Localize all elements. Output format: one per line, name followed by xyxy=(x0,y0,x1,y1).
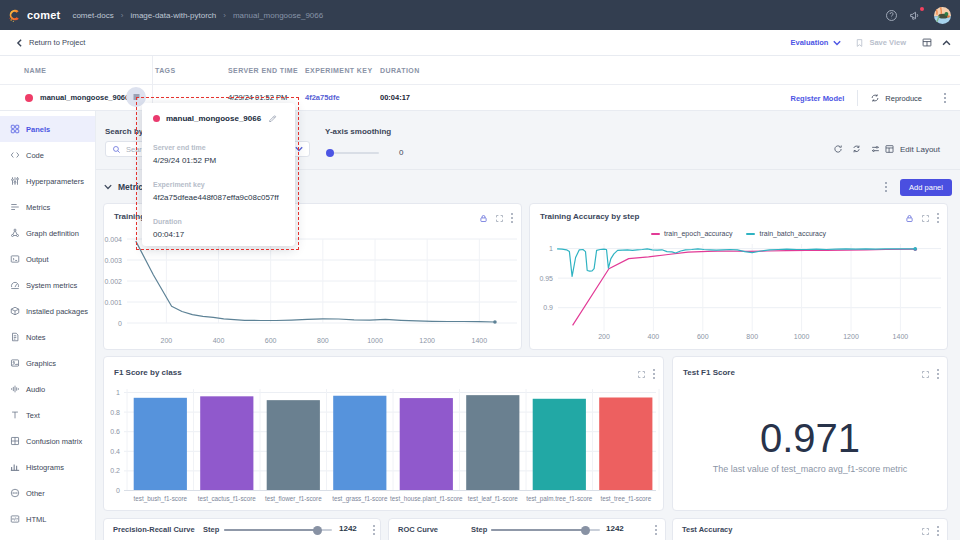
confusion-matrix-icon xyxy=(10,436,20,446)
view-select-dropdown[interactable]: Evaluation xyxy=(791,38,842,47)
sidebar-item-confusion-matrix[interactable]: Confusion matrix xyxy=(0,428,95,454)
sidebar-item-graph-definition[interactable]: Graph definition xyxy=(0,220,95,246)
column-header[interactable]: EXPERIMENT KEY xyxy=(305,56,372,85)
edit-pencil-icon[interactable] xyxy=(268,114,277,123)
sidebar-item-label: Graph definition xyxy=(26,229,79,238)
svg-text:0: 0 xyxy=(118,320,122,327)
column-header[interactable]: DURATION xyxy=(380,56,420,85)
sidebar-item-system-metrics[interactable]: System metrics xyxy=(0,272,95,298)
return-to-project-button[interactable]: Return to Project xyxy=(16,38,85,47)
sidebar-item-other[interactable]: Other xyxy=(0,480,95,506)
svg-text:test_cactus_f1-score: test_cactus_f1-score xyxy=(198,495,257,503)
sidebar-item-panels[interactable]: Panels xyxy=(0,116,95,142)
step-label: Step xyxy=(203,525,219,534)
svg-text:test_house.plant_f1-score: test_house.plant_f1-score xyxy=(390,495,463,503)
breadcrumb-item[interactable]: comet-docs xyxy=(72,11,113,20)
step-slider-thumb[interactable] xyxy=(581,526,590,535)
panels-icon xyxy=(10,124,20,134)
save-view-label: Save View xyxy=(869,38,906,47)
metrics-menu-icon[interactable] xyxy=(885,181,887,193)
sidebar-item-label: Histograms xyxy=(26,463,64,472)
save-view-button[interactable]: Save View xyxy=(855,38,906,48)
announcements-icon[interactable] xyxy=(908,9,922,22)
step-slider[interactable] xyxy=(224,529,332,531)
search-scope-chevron-icon[interactable] xyxy=(295,146,303,152)
grid-layout-icon xyxy=(884,144,895,154)
training-accuracy-chart[interactable]: 0.90.951200400600800100012001400 xyxy=(530,204,947,349)
sidebar-item-output[interactable]: Output xyxy=(0,246,95,272)
test-f1-score-panel: Test F1 Score 0.971 The last value of te… xyxy=(672,356,948,511)
column-header[interactable]: SERVER END TIME xyxy=(228,56,298,85)
sidebar-item-label: Output xyxy=(26,255,49,264)
sidebar-item-label: Text xyxy=(26,411,40,420)
panel-menu-icon[interactable] xyxy=(373,524,375,536)
sidebar-item-label: Notes xyxy=(26,333,46,342)
experiment-hover-card: manual_mongoose_9066 Server end time4/29… xyxy=(142,103,295,246)
sidebar-item-text[interactable]: Text xyxy=(0,402,95,428)
sidebar-item-graphics[interactable]: Graphics xyxy=(0,350,95,376)
edit-layout-label: Edit Layout xyxy=(900,145,940,154)
row-menu-icon[interactable] xyxy=(944,92,946,104)
html-icon xyxy=(10,514,20,524)
breadcrumb-item[interactable]: image-data-with-pytorch xyxy=(130,11,216,20)
metrics-icon xyxy=(10,202,20,212)
step-slider-thumb[interactable] xyxy=(313,526,322,535)
step-value: 1242 xyxy=(606,524,624,533)
experiment-name[interactable]: manual_mongoose_9066 xyxy=(40,85,129,111)
svg-text:1400: 1400 xyxy=(893,333,909,340)
comet-logo[interactable]: comet xyxy=(7,7,60,23)
smoothing-value: 0 xyxy=(399,148,403,157)
step-label: Step xyxy=(471,525,487,534)
code-icon xyxy=(10,150,20,160)
svg-text:0.4: 0.4 xyxy=(110,448,120,455)
register-model-button[interactable]: Register Model xyxy=(791,94,845,103)
add-panel-button[interactable]: Add panel xyxy=(900,179,952,196)
installed-packages-icon xyxy=(10,306,20,316)
return-to-project-label: Return to Project xyxy=(29,38,85,47)
svg-text:0.8: 0.8 xyxy=(110,409,120,416)
popup-field: Server end time4/29/24 01:52 PM xyxy=(153,144,216,165)
user-avatar[interactable] xyxy=(934,7,951,24)
popup-field-label: Experiment key xyxy=(153,181,279,188)
f1-score-bar-chart[interactable]: 00.20.40.60.81test_bush_f1-scoretest_cac… xyxy=(104,357,663,510)
sidebar-item-notes[interactable]: Notes xyxy=(0,324,95,350)
edit-layout-button[interactable]: Edit Layout xyxy=(884,144,940,154)
training-accuracy-panel: Training Accuracy by step train_epoch_ac… xyxy=(529,203,948,350)
svg-text:1200: 1200 xyxy=(419,337,435,344)
breadcrumb: comet-docs›image-data-with-pytorch›manua… xyxy=(72,11,323,20)
expand-icon[interactable] xyxy=(921,527,930,536)
sidebar-item-html[interactable]: HTML xyxy=(0,506,95,532)
panel-layout-controls[interactable] xyxy=(921,37,951,48)
panel-menu-icon[interactable] xyxy=(937,368,939,380)
step-slider[interactable] xyxy=(491,529,600,531)
refresh-icon[interactable] xyxy=(833,144,843,154)
sidebar-item-metrics[interactable]: Metrics xyxy=(0,194,95,220)
sidebar-item-installed-packages[interactable]: Installed packages xyxy=(0,298,95,324)
popup-field: Duration00:04:17 xyxy=(153,218,184,239)
popup-field-value: 4/29/24 01:52 PM xyxy=(153,156,216,165)
column-header[interactable]: TAGS xyxy=(155,56,176,85)
sidebar-item-histograms[interactable]: Histograms xyxy=(0,454,95,480)
sidebar-item-hyperparameters[interactable]: Hyperparameters xyxy=(0,168,95,194)
svg-text:200: 200 xyxy=(598,333,610,340)
chevron-down-icon xyxy=(833,40,841,46)
panel-menu-icon[interactable] xyxy=(937,525,939,537)
panel-menu-icon[interactable] xyxy=(655,524,657,536)
help-icon[interactable] xyxy=(885,9,898,22)
svg-text:400: 400 xyxy=(648,333,660,340)
expand-icon[interactable] xyxy=(921,370,930,379)
top-navigation-bar: comet comet-docs›image-data-with-pytorch… xyxy=(0,0,960,30)
hamburger-icon xyxy=(132,93,141,101)
auto-refresh-icon[interactable] xyxy=(851,144,862,154)
smoothing-slider-thumb[interactable] xyxy=(326,149,334,157)
sidebar-item-label: Confusion matrix xyxy=(26,437,82,446)
reproduce-button[interactable]: Reproduce xyxy=(870,93,922,103)
search-icon xyxy=(112,145,121,154)
smoothing-slider[interactable] xyxy=(327,152,379,154)
sidebar-item-code[interactable]: Code xyxy=(0,142,95,168)
breadcrumb-item[interactable]: manual_mongoose_9066 xyxy=(233,11,323,20)
experiment-key-link[interactable]: 4f2a75dfe xyxy=(305,85,340,111)
filter-settings-icon[interactable] xyxy=(870,144,881,154)
column-header[interactable]: NAME xyxy=(24,56,46,85)
sidebar-item-audio[interactable]: Audio xyxy=(0,376,95,402)
